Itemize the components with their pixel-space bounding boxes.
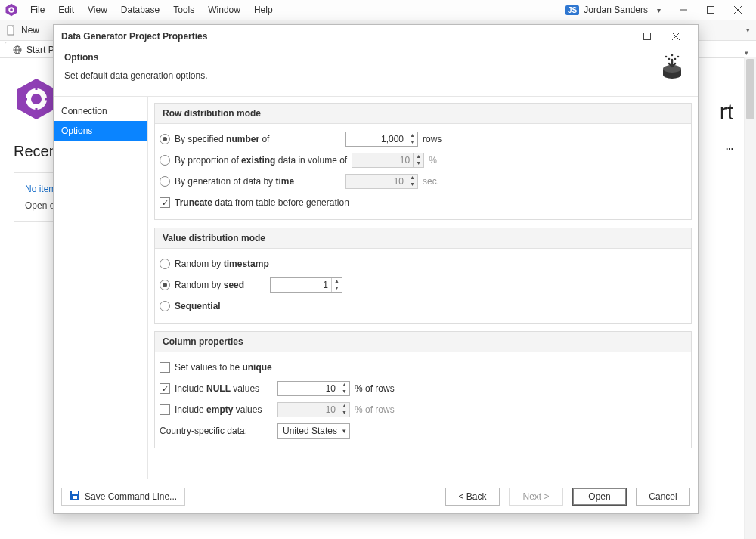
new-file-icon[interactable] [6, 25, 17, 36]
menu-file[interactable]: File [24, 2, 51, 18]
check-unique[interactable]: Set values to be unique [160, 362, 273, 373]
spin-up-icon: ▲ [414, 153, 423, 160]
unit-label: % of rows [355, 383, 395, 394]
unit-label: sec. [423, 176, 453, 187]
maximize-button[interactable] [697, 1, 724, 19]
radio-random-seed[interactable]: Random by seed [160, 280, 265, 290]
group-value-distribution: Value distribution mode Random by timest… [154, 228, 692, 324]
svg-point-28 [674, 58, 677, 60]
input-proportion: 10 ▲▼ [352, 153, 424, 168]
spin-down-icon[interactable]: ▼ [407, 139, 417, 146]
dialog-heading: Options [64, 52, 207, 63]
unit-label: % [429, 155, 459, 166]
radio-icon [160, 134, 170, 144]
dialog-titlebar: Data Generator Project Properties [54, 25, 698, 48]
check-icon [160, 197, 170, 208]
radio-by-time[interactable]: By generation of data by time [160, 176, 341, 187]
svg-rect-18 [644, 33, 651, 40]
menu-window[interactable]: Window [202, 2, 246, 18]
check-icon [160, 383, 170, 394]
svg-rect-31 [73, 496, 77, 499]
check-null[interactable]: Include NULL values [160, 383, 273, 394]
group-heading: Column properties [155, 332, 691, 352]
group-column-properties: Column properties Set values to be uniqu… [154, 331, 692, 448]
group-heading: Value distribution mode [155, 228, 691, 249]
group-heading: Row distribution mode [155, 104, 691, 124]
spin-up-icon[interactable]: ▲ [332, 278, 342, 285]
spin-up-icon[interactable]: ▲ [339, 382, 349, 389]
input-empty-percent: 10 ▲▼ [277, 402, 350, 417]
check-empty[interactable]: Include empty values [160, 404, 273, 415]
unit-label: % of rows [355, 404, 395, 415]
radio-by-number[interactable]: By specified number of [160, 134, 341, 144]
input-null-percent[interactable]: 10 ▲▼ [277, 381, 350, 396]
new-label[interactable]: New [21, 25, 39, 36]
nav-options[interactable]: Options [54, 121, 147, 141]
menubar: File Edit View Database Tools Window Hel… [0, 0, 756, 20]
radio-icon [160, 259, 170, 269]
dialog-close-button[interactable] [662, 26, 690, 47]
radio-by-proportion[interactable]: By proportion of existing data in volume… [160, 155, 347, 166]
chevron-down-icon: ▾ [342, 427, 346, 435]
chevron-down-icon[interactable]: ▾ [742, 49, 748, 57]
chevron-down-icon: ▾ [652, 6, 665, 14]
user-badge: JS [565, 5, 579, 15]
menu-tools[interactable]: Tools [167, 2, 200, 18]
spin-down-icon[interactable]: ▼ [332, 285, 342, 292]
product-logo-icon [14, 76, 59, 122]
next-button: Next > [509, 488, 563, 506]
svg-point-13 [31, 94, 42, 104]
menu-edit[interactable]: Edit [52, 2, 80, 18]
unit-label: rows [423, 134, 453, 144]
user-name: Jordan Sanders [584, 5, 648, 15]
check-truncate[interactable]: Truncate data from table before generati… [160, 197, 349, 208]
scrollbar-thumb[interactable] [746, 59, 754, 119]
group-row-distribution: Row distribution mode By specified numbe… [154, 103, 692, 220]
svg-point-26 [677, 56, 680, 58]
menu-items: File Edit View Database Tools Window Hel… [24, 2, 279, 18]
spin-up-icon[interactable]: ▲ [407, 132, 417, 139]
app-icon [5, 3, 18, 17]
radio-icon [160, 301, 170, 311]
radio-icon [160, 280, 170, 290]
cancel-button[interactable]: Cancel [636, 488, 690, 506]
user-menu[interactable]: JS Jordan Sanders ▾ [565, 5, 670, 15]
chevron-down-icon[interactable]: ▾ [743, 26, 750, 34]
menu-help[interactable]: Help [248, 2, 279, 18]
svg-rect-4 [708, 7, 714, 14]
scrollbar[interactable] [744, 57, 756, 539]
input-seed[interactable]: 1 ▲▼ [270, 277, 342, 293]
save-icon [70, 490, 80, 503]
dialog-maximize-button[interactable] [633, 26, 662, 47]
menu-database[interactable]: Database [115, 2, 166, 18]
project-properties-dialog: Data Generator Project Properties Option… [53, 24, 699, 514]
spin-down-icon[interactable]: ▼ [339, 389, 349, 395]
nav-connection[interactable]: Connection [54, 101, 147, 121]
radio-sequential[interactable]: Sequential [160, 301, 265, 311]
radio-random-timestamp[interactable]: Random by timestamp [160, 259, 269, 269]
window-controls [670, 1, 751, 19]
close-button[interactable] [724, 1, 751, 19]
dialog-header: Options Set default data generation opti… [54, 48, 698, 97]
input-number-rows[interactable]: 1,000 ▲▼ [345, 132, 418, 147]
minimize-button[interactable] [670, 1, 697, 19]
svg-point-27 [668, 58, 671, 60]
spin-down-icon: ▼ [407, 181, 417, 188]
open-button[interactable]: Open [572, 488, 627, 506]
select-country[interactable]: United States ▾ [277, 423, 350, 439]
globe-icon [13, 45, 22, 54]
menu-view[interactable]: View [82, 2, 113, 18]
radio-icon [160, 155, 170, 166]
spin-down-icon: ▼ [414, 160, 423, 167]
back-button[interactable]: < Back [445, 488, 500, 506]
svg-point-2 [10, 8, 13, 11]
input-time: 10 ▲▼ [345, 174, 418, 189]
dialog-nav: Connection Options [54, 97, 148, 479]
check-icon [160, 404, 170, 415]
dialog-subheading: Set default data generation options. [64, 70, 207, 81]
label-country: Country-specific data: [160, 426, 273, 436]
dialog-content: Row distribution mode By specified numbe… [148, 97, 698, 479]
save-command-line-button[interactable]: Save Command Line... [61, 488, 185, 506]
radio-icon [160, 176, 170, 187]
brand-fragment: rt [720, 99, 733, 125]
